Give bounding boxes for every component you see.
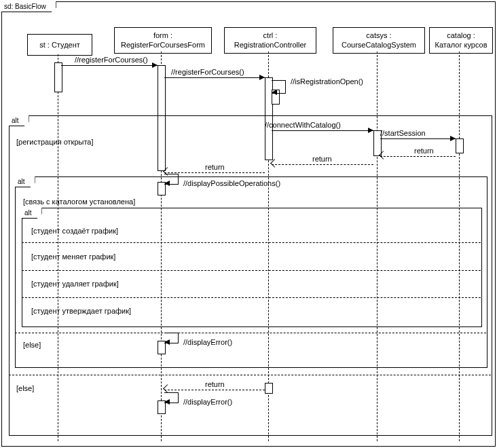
alt-inner-tab: alt — [22, 208, 42, 219]
lifeline-catalog: catalog : Каталог курсов — [429, 27, 493, 54]
guard-modify-label: [студент меняет график] — [31, 253, 115, 261]
lifeline-catalog-l2: Каталог курсов — [435, 41, 487, 49]
lifeline-form: form : RegisterForCoursesForm — [114, 27, 212, 54]
guard-approve-label: [студент утверждает график] — [31, 307, 131, 315]
lifeline-catsys: catsys : CourseCatalogSystem — [333, 27, 425, 54]
sep-inner-3 — [22, 297, 481, 298]
msg-connect-label: //connectWithCatalog() — [265, 121, 341, 129]
guard-catalog: [связь с каталогом установлена] — [23, 198, 135, 206]
msg-startsession: //startSession — [380, 132, 456, 141]
guard-catalog-label: [связь с каталогом установлена] — [23, 198, 135, 206]
msg-isregopen-label: //isRegistrationOpen() — [291, 77, 363, 86]
guard-modify: [студент меняет график] — [31, 253, 115, 261]
msg-register2: //registerForCourses() — [164, 71, 265, 80]
guard-approve: [студент утверждает график] — [31, 307, 131, 315]
msg-return-cat-label: return — [414, 147, 434, 155]
guard-delete-label: [студент удаляет график] — [31, 280, 119, 288]
msg-register1: //registerForCourses() — [61, 58, 158, 68]
msg-connect: //connectWithCatalog() — [272, 124, 373, 133]
msg-register1-label: //registerForCourses() — [75, 56, 148, 64]
guard-regopen-label: [регистрация открыта] — [16, 138, 94, 146]
sd-title: sd: BasicFlow — [4, 3, 46, 10]
lifeline-catsys-l1: catsys : — [366, 31, 391, 39]
msg-return-else-label: return — [205, 380, 225, 388]
guard-create: [студент создаёт график] — [31, 227, 118, 235]
guard-middle-else: [else] — [23, 341, 41, 349]
alt-outer-tab: alt — [9, 115, 29, 126]
msg-startsession-label: //startSession — [380, 129, 426, 137]
msg-return-sys-label: return — [312, 155, 332, 163]
lifeline-ctrl-l1: ctrl : — [263, 31, 278, 39]
msg-disperr2-label: //displayError() — [183, 398, 232, 406]
msg-return-else: return — [164, 383, 265, 392]
lifeline-ctrl: ctrl : RegistrationController — [224, 27, 316, 54]
lifeline-ctrl-l2: RegistrationController — [234, 41, 306, 49]
sep-middle-else — [15, 333, 486, 333]
lifeline-catalog-l1: catalog : — [447, 31, 475, 39]
sep-outer-else — [9, 375, 491, 375]
alt-outer-label: alt — [12, 117, 19, 124]
msg-return-ctrl: return — [164, 166, 265, 175]
msg-register2-label: //registerForCourses() — [171, 68, 244, 76]
msg-dispops-label: //displayPossibleOperations() — [183, 179, 280, 187]
sep-inner-2 — [22, 270, 481, 271]
guard-outer-else: [else] — [16, 384, 34, 392]
guard-middle-else-label: [else] — [23, 341, 41, 349]
guard-outer-else-label: [else] — [16, 384, 34, 392]
sep-inner-1 — [22, 242, 481, 243]
guard-create-label: [студент создаёт график] — [31, 227, 118, 235]
msg-return-sys: return — [272, 157, 373, 167]
alt-middle-tab: alt — [15, 176, 35, 187]
msg-return-cat: return — [380, 149, 456, 159]
msg-disperr1-label: //displayError() — [183, 338, 232, 346]
lifeline-catsys-l2: CourseCatalogSystem — [342, 41, 416, 49]
alt-inner-label: alt — [24, 209, 32, 217]
guard-regopen: [регистрация открыта] — [16, 138, 94, 146]
sd-frame-label: sd: BasicFlow — [1, 1, 56, 12]
alt-middle-label: alt — [18, 178, 25, 185]
lifeline-form-l1: form : — [153, 31, 172, 39]
activation-ctrl-else — [265, 383, 273, 394]
msg-return-ctrl-label: return — [205, 163, 225, 171]
lifeline-student-label: st : Студент — [39, 41, 80, 49]
lifeline-form-l2: RegisterForCoursesForm — [121, 41, 205, 49]
lifeline-student: st : Студент — [27, 34, 92, 56]
guard-delete: [студент удаляет график] — [31, 280, 119, 288]
